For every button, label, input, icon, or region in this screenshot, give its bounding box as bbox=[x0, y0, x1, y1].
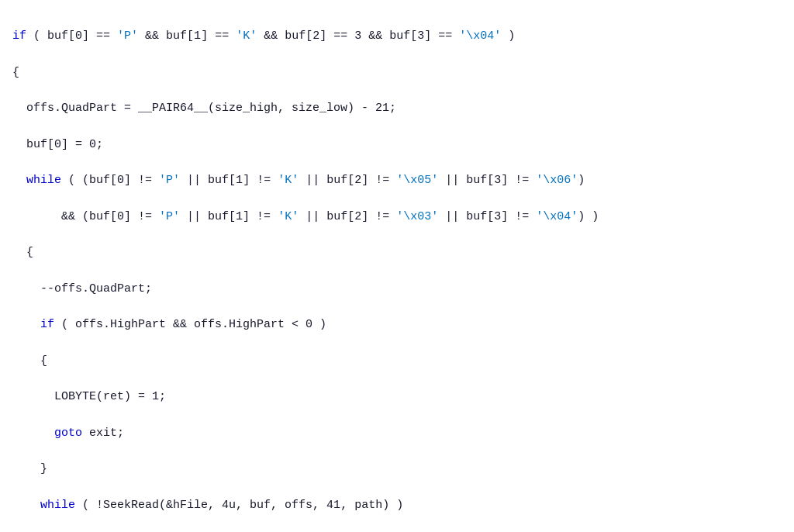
code-line: offs.QuadPart = __PAIR64__(size_high, si… bbox=[12, 99, 782, 117]
code-line: && (buf[0] != 'P' || buf[1] != 'K' || bu… bbox=[12, 208, 782, 226]
code-line: if ( offs.HighPart && offs.HighPart < 0 … bbox=[12, 316, 782, 333]
code-line: while ( !SeekRead(&hFile, 4u, buf, offs,… bbox=[12, 496, 782, 514]
code-line: LOBYTE(ret) = 1; bbox=[12, 388, 782, 406]
code-line: } bbox=[12, 460, 782, 478]
code-line: goto exit; bbox=[12, 424, 782, 442]
code-line: if ( buf[0] == 'P' && buf[1] == 'K' && b… bbox=[12, 27, 782, 45]
code-line: while ( (buf[0] != 'P' || buf[1] != 'K' … bbox=[12, 171, 782, 189]
code-line: { bbox=[12, 244, 782, 261]
code-viewer: if ( buf[0] == 'P' && buf[1] == 'K' && b… bbox=[12, 9, 782, 532]
code-line: buf[0] = 0; bbox=[12, 136, 782, 154]
code-line: --offs.QuadPart; bbox=[12, 280, 782, 298]
code-line: { bbox=[12, 64, 782, 81]
code-line: { bbox=[12, 352, 782, 370]
